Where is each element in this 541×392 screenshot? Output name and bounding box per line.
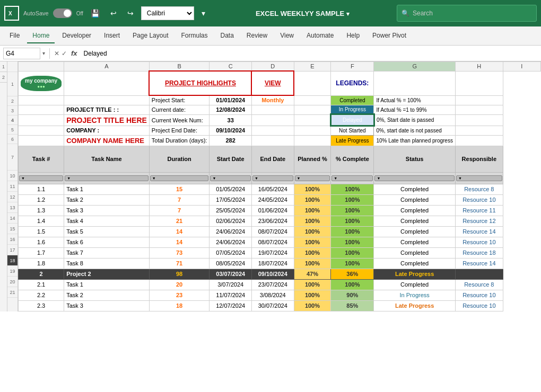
header-task-name[interactable]: Task Name <box>64 146 150 172</box>
task-row-1-3[interactable]: 1.3 Task 3 7 25/05/2024 01/06/2024 100% … <box>19 205 541 216</box>
task-row-1-2[interactable]: 1.2 Task 2 7 17/05/2024 24/05/2024 100% … <box>19 194 541 205</box>
filter-task-name[interactable]: ▼ <box>64 172 150 184</box>
filter-status[interactable]: ▼ <box>374 172 456 184</box>
search-box[interactable]: 🔍 Search <box>397 5 537 22</box>
task-status: Completed <box>374 279 456 290</box>
undo-button[interactable]: ↩ <box>107 7 120 20</box>
redo-button[interactable]: ↪ <box>124 7 137 20</box>
col-header-d[interactable]: D <box>251 62 294 72</box>
task-row-1-1[interactable]: 1.1 Task 1 15 01/05/2024 16/05/2024 100%… <box>19 184 541 194</box>
task-row-1-8[interactable]: 1.8 Task 8 71 08/05/2024 18/07/2024 100%… <box>19 258 541 269</box>
filter-btn-duration[interactable]: ▼ <box>150 175 209 181</box>
col-header-g[interactable]: G <box>374 62 456 72</box>
font-dropdown-btn[interactable]: ▾ <box>198 7 208 20</box>
header-start-date[interactable]: Start Date <box>210 146 252 172</box>
col-header-h[interactable]: H <box>455 62 503 72</box>
task-row-2-3[interactable]: 2.3 Task 3 18 12/07/2024 30/07/2024 100%… <box>19 300 541 311</box>
tab-power-pivot[interactable]: Power Pivot <box>367 29 412 43</box>
task-name: Task 5 <box>64 226 150 237</box>
filter-btn-end[interactable]: ▼ <box>252 175 293 181</box>
header-task-num[interactable]: Task # <box>19 146 64 172</box>
tab-formulas[interactable]: Formulas <box>176 29 213 43</box>
save-button[interactable]: 💾 <box>88 7 103 20</box>
task-row-1-7[interactable]: 1.7 Task 7 73 07/05/2024 19/07/2024 100%… <box>19 247 541 258</box>
filter-btn-start[interactable]: ▼ <box>210 175 251 181</box>
filter-btn-responsible[interactable]: ▼ <box>456 175 502 181</box>
filter-btn-complete[interactable]: ▼ <box>331 175 373 181</box>
header-end-date[interactable]: End Date <box>251 146 294 172</box>
task-row-2-2[interactable]: 2.2 Task 2 23 11/07/2024 3/08/2024 100% … <box>19 290 541 300</box>
tab-page-layout[interactable]: Page Layout <box>127 29 173 43</box>
collapse-header: 1 <box>0 61 7 72</box>
task-row-1-6[interactable]: 1.6 Task 6 14 24/06/2024 08/07/2024 100%… <box>19 237 541 247</box>
tab-review[interactable]: Review <box>241 29 273 43</box>
tab-help[interactable]: Help <box>341 29 365 43</box>
row-num-19: 19 <box>7 266 18 277</box>
tab-insert[interactable]: Insert <box>99 29 125 43</box>
row4-legend-delayed[interactable]: Delayed <box>331 114 374 126</box>
tab-view[interactable]: View <box>275 29 299 43</box>
confirm-formula-icon[interactable]: ✓ <box>62 50 67 57</box>
row5-project-end-val[interactable]: 09/10/2024 <box>210 126 252 135</box>
col-header-b[interactable]: B <box>149 62 210 72</box>
row-5: COMPANY : Project End Date: 09/10/2024 N… <box>19 126 541 135</box>
autosave-toggle[interactable] <box>53 8 72 18</box>
cell-reference[interactable]: G4 <box>3 48 40 59</box>
task-complete: 100% <box>331 247 374 258</box>
row6-company-val[interactable]: COMPANY NAME HERE <box>64 135 150 146</box>
filter-end[interactable]: ▼ <box>251 172 294 184</box>
project-2-row[interactable]: 2 Project 2 98 03/07/2024 09/10/2024 47%… <box>19 269 541 279</box>
filter-btn-planned[interactable]: ▼ <box>295 175 330 181</box>
filter-start[interactable]: ▼ <box>210 172 252 184</box>
total-duration-label: Total Duration (days): <box>152 137 207 144</box>
col-header-e[interactable]: E <box>294 62 331 72</box>
tab-file[interactable]: File <box>4 29 25 43</box>
task-id: 1.1 <box>19 184 64 194</box>
formula-bar: G4 ▾ ✕ ✓ fx <box>0 46 541 61</box>
tab-home[interactable]: Home <box>27 29 55 43</box>
filter-planned[interactable]: ▼ <box>294 172 331 184</box>
task-status: Completed <box>374 216 456 226</box>
col-header-f[interactable]: F <box>331 62 374 72</box>
task-planned: 100% <box>294 247 331 258</box>
task-row-1-4[interactable]: 1.4 Task 4 21 02/06/2024 23/06/2024 100%… <box>19 216 541 226</box>
row4-project-title[interactable]: PROJECT TITLE HERE <box>64 114 150 126</box>
formula-input[interactable] <box>82 50 538 57</box>
filter-task-num[interactable]: ▼ <box>19 172 64 184</box>
task-row-2-1[interactable]: 2.1 Task 1 20 3/07/2024 23/07/2024 100% … <box>19 279 541 290</box>
task-resource: Resource 14 <box>455 226 503 237</box>
row1-legend-h <box>374 71 456 95</box>
filter-btn-status[interactable]: ▼ <box>374 175 455 181</box>
row-num-10: 10 <box>7 171 18 181</box>
header-status[interactable]: Status <box>374 146 456 172</box>
row6-total-dur-val[interactable]: 282 <box>210 135 252 146</box>
row2-project-start-val[interactable]: 01/01/2024 <box>210 95 252 105</box>
cell-ref-dropdown[interactable]: ▾ <box>42 50 45 56</box>
filter-responsible[interactable]: ▼ <box>455 172 503 184</box>
tab-data[interactable]: Data <box>215 29 239 43</box>
filter-btn-task-name[interactable]: ▼ <box>65 175 149 181</box>
row2-project-start-label: Project Start: <box>149 95 210 105</box>
task-status: Completed <box>374 205 456 216</box>
row2-a <box>19 95 64 105</box>
header-planned-pct[interactable]: Planned % <box>294 146 331 172</box>
header-duration[interactable]: Duration <box>149 146 210 172</box>
row6-empty <box>251 135 294 146</box>
col-header-i[interactable]: I <box>503 62 540 72</box>
filter-complete[interactable]: ▼ <box>331 172 374 184</box>
header-responsible[interactable]: Responsible <box>455 146 503 172</box>
task-row-1-5[interactable]: 1.5 Task 5 14 24/06/2024 08/07/2024 100%… <box>19 226 541 237</box>
task-planned: 100% <box>294 258 331 269</box>
cancel-formula-icon[interactable]: ✕ <box>54 50 59 57</box>
filter-row: ▼ ▼ ▼ ▼ ▼ <box>19 172 541 184</box>
col-header-a[interactable]: A <box>64 62 150 72</box>
filter-btn-task-num[interactable]: ▼ <box>19 175 63 181</box>
filter-duration[interactable]: ▼ <box>149 172 210 184</box>
row4-curr-week-val[interactable]: 33 <box>210 114 252 126</box>
row3-curr-date-val[interactable]: 12/08/2024 <box>210 105 252 114</box>
col-header-c[interactable]: C <box>210 62 252 72</box>
tab-automate[interactable]: Automate <box>301 29 339 43</box>
font-selector[interactable]: Calibri <box>141 6 194 20</box>
header-pct-complete[interactable]: % Complete <box>331 146 374 172</box>
tab-developer[interactable]: Developer <box>57 29 97 43</box>
